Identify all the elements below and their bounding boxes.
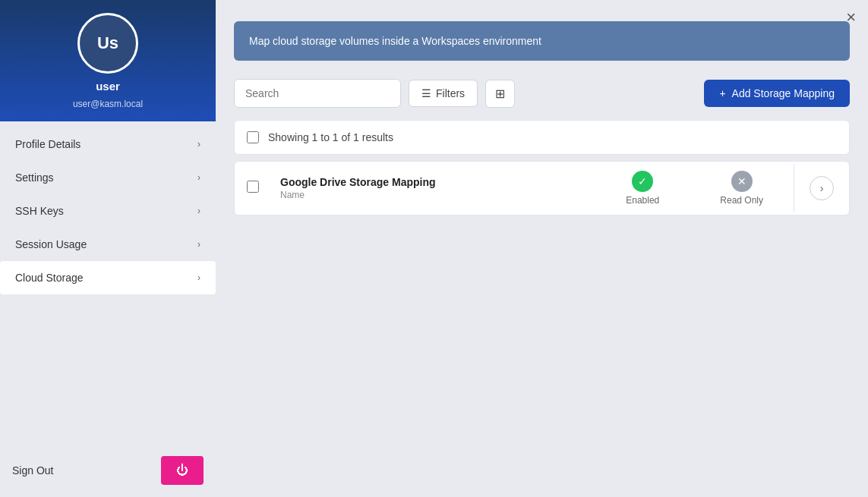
row-action-cell: ›: [794, 164, 849, 212]
sidebar-footer: Sign Out ⏻: [0, 444, 216, 497]
main-content: × Map cloud storage volumes inside a Wor…: [216, 0, 868, 497]
row-detail-button[interactable]: ›: [810, 176, 834, 200]
chevron-right-icon: ›: [197, 239, 200, 250]
chevron-right-icon: ›: [197, 172, 200, 183]
filters-button[interactable]: ☰ Filters: [409, 80, 478, 107]
info-banner: Map cloud storage volumes inside a Works…: [234, 21, 850, 61]
add-storage-mapping-button[interactable]: + Add Storage Mapping: [704, 80, 850, 107]
read-only-icon: ✕: [731, 171, 753, 192]
chevron-right-icon: ›: [197, 272, 200, 283]
read-only-label: Read Only: [720, 195, 763, 206]
sidebar: Us user user@kasm.local Profile Details …: [0, 0, 216, 497]
row-name-section: Google Drive Storage Mapping Name: [271, 162, 595, 214]
sign-out-label: Sign Out: [12, 464, 53, 477]
user-email: user@kasm.local: [73, 99, 143, 109]
row-enabled-status: ✓ Enabled: [595, 162, 690, 215]
row-name-label: Name: [280, 190, 586, 200]
sidebar-item-settings[interactable]: Settings ›: [0, 161, 216, 194]
user-name: user: [96, 80, 120, 93]
results-row: Showing 1 to 1 of 1 results: [234, 120, 850, 155]
enabled-icon: ✓: [632, 171, 653, 192]
row-name: Google Drive Storage Mapping: [280, 176, 586, 188]
row-checkbox-cell: [235, 181, 271, 196]
sidebar-item-profile-details[interactable]: Profile Details ›: [0, 127, 216, 161]
sign-out-icon: ⏻: [176, 464, 188, 477]
chevron-right-icon: ›: [197, 139, 200, 149]
sidebar-item-cloud-storage[interactable]: Cloud Storage ›: [0, 261, 216, 294]
sidebar-item-ssh-keys[interactable]: SSH Keys ›: [0, 194, 216, 228]
filter-icon: ☰: [421, 87, 431, 99]
results-text: Showing 1 to 1 of 1 results: [268, 131, 393, 143]
search-input[interactable]: [234, 79, 401, 108]
grid-view-button[interactable]: ⊞: [485, 80, 515, 108]
enabled-label: Enabled: [626, 195, 659, 206]
sidebar-item-session-usage[interactable]: Session Usage ›: [0, 228, 216, 261]
row-readonly-status: ✕ Read Only: [690, 162, 794, 215]
toolbar: ☰ Filters ⊞ + Add Storage Mapping: [234, 79, 850, 108]
sidebar-nav: Profile Details › Settings › SSH Keys › …: [0, 121, 216, 444]
modal-container: Us user user@kasm.local Profile Details …: [0, 0, 868, 497]
sign-out-button[interactable]: ⏻: [161, 456, 204, 485]
select-all-checkbox[interactable]: [247, 131, 259, 143]
sidebar-header: Us user user@kasm.local: [0, 0, 216, 121]
row-checkbox[interactable]: [247, 181, 259, 193]
avatar: Us: [77, 13, 138, 74]
grid-icon: ⊞: [495, 87, 505, 101]
close-button[interactable]: ×: [846, 9, 856, 26]
plus-icon: +: [719, 87, 725, 99]
table-row: Google Drive Storage Mapping Name ✓ Enab…: [234, 161, 850, 215]
chevron-right-icon: ›: [197, 206, 200, 216]
